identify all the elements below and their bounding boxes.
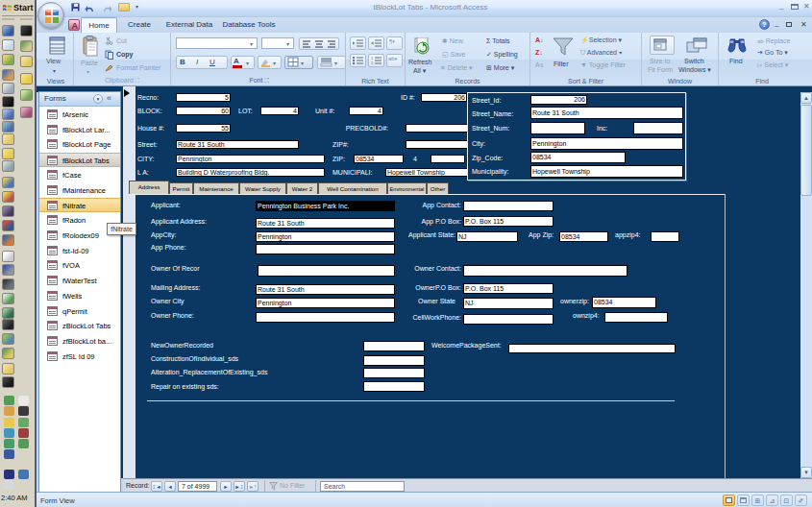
svg-text:2: 2 xyxy=(371,60,374,65)
